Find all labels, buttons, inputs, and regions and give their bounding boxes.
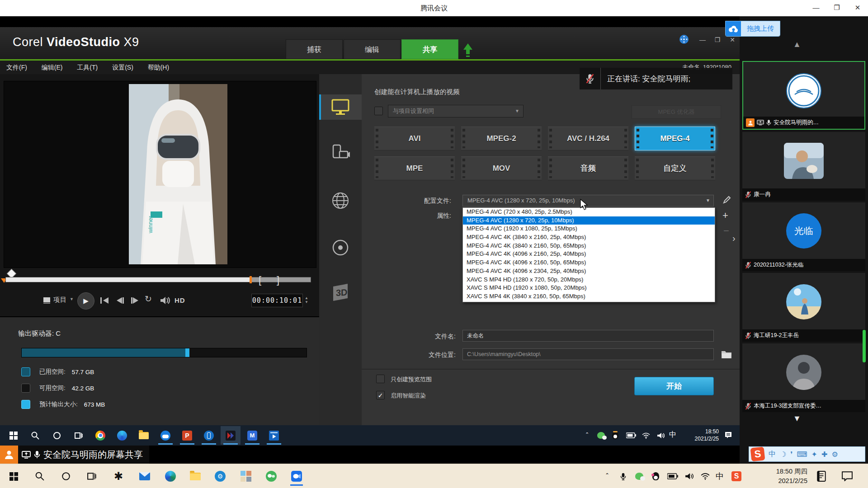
photo-collage-icon[interactable] (236, 467, 256, 486)
tray-expand-icon[interactable]: ⌃ (585, 432, 589, 437)
battery-icon[interactable] (665, 467, 680, 486)
file-explorer-icon[interactable] (185, 467, 205, 486)
panel-expand-icon[interactable]: › (732, 233, 736, 244)
wechat-tray-icon[interactable] (632, 467, 646, 486)
menu-file[interactable]: 文件(F) (0, 61, 33, 74)
toolbox-icon[interactable]: ✚ (821, 450, 827, 459)
project-menu[interactable]: 项目 (53, 296, 66, 304)
play-button[interactable]: ▶ (77, 292, 94, 310)
tray-expand-icon[interactable]: ⌃ (605, 472, 609, 479)
main-clock[interactable]: 18:50 周四2021/2/25 (751, 467, 807, 486)
shared-clock[interactable]: 18:502021/2/25 (683, 428, 719, 442)
qq-tray-icon[interactable] (609, 426, 622, 445)
profile-combobox[interactable]: MPEG-4 AVC (1280 x 720, 25p, 10Mbps) ▼ (462, 195, 714, 206)
qq-tray-icon[interactable] (648, 467, 663, 486)
smart-render-checkbox[interactable]: ✓ (376, 391, 385, 399)
win-minimize-icon[interactable]: — (697, 36, 708, 43)
films-tv-icon[interactable] (264, 426, 284, 445)
qq-browser-icon[interactable] (156, 426, 175, 445)
tencent-meeting-icon[interactable] (287, 467, 307, 486)
profile-option[interactable]: MPEG-4 AVC (720 x 480, 25p, 2.5Mbps) (463, 208, 715, 216)
ime-indicator[interactable]: 中 (669, 430, 676, 440)
profile-option[interactable]: XAVC S MP4 4K (3840 x 2160, 50p, 65Mbps) (463, 292, 715, 301)
punct-icon[interactable]: ❜ (790, 450, 793, 459)
menu-help[interactable]: 帮助(H) (142, 61, 175, 74)
menu-edit[interactable]: 编辑(E) (35, 61, 69, 74)
corel-help-icon[interactable] (679, 34, 689, 44)
skin-icon[interactable]: ✦ (811, 450, 817, 459)
repeat-icon[interactable]: ↻ (145, 294, 152, 304)
profile-option[interactable]: MPEG-4 AVC (1920 x 1080, 25p, 15Mbps) (463, 225, 715, 233)
participant-tile[interactable]: 安全院马明雨的… (742, 61, 865, 130)
filename-input[interactable]: 未命名 (462, 330, 714, 342)
timecode-stepper[interactable]: ▲▼ (303, 294, 310, 306)
powerpoint-icon[interactable]: P (177, 426, 197, 445)
mail-icon[interactable] (135, 467, 155, 486)
wechat-work-icon[interactable] (261, 467, 281, 486)
keyboard-icon[interactable]: ⌨ (797, 450, 807, 459)
target-disc[interactable] (319, 235, 362, 260)
participant-tile[interactable]: 本海工19-3团支部宣传委… (742, 343, 865, 412)
ime-indicator[interactable]: 中 (716, 471, 724, 482)
speaker-icon[interactable] (159, 296, 171, 305)
hd-badge[interactable]: HD (175, 296, 185, 304)
drag-upload-button[interactable]: 拖拽上传 (725, 21, 780, 37)
target-device[interactable] (319, 140, 362, 165)
target-web[interactable] (319, 188, 362, 213)
action-center-icon[interactable] (724, 431, 732, 439)
menu-tools[interactable]: 工具(T) (71, 61, 104, 74)
format-custom[interactable]: 自定义 (635, 156, 715, 180)
profile-option-selected[interactable]: MPEG-4 AVC (1280 x 720, 25p, 10Mbps) (463, 216, 715, 225)
seek-track[interactable] (5, 277, 311, 282)
minimize-icon[interactable]: — (806, 0, 826, 16)
file-explorer-icon[interactable] (134, 426, 154, 445)
wifi-icon[interactable] (639, 426, 653, 445)
menu-settings[interactable]: 设置(S) (106, 61, 140, 74)
close-icon[interactable]: ✕ (847, 0, 868, 16)
chrome-icon[interactable] (90, 426, 110, 445)
edit-profile-icon[interactable] (722, 195, 731, 204)
profile-option[interactable]: MPEG-4 AVC 4K (4096 x 2160, 25p, 40Mbps) (463, 250, 715, 258)
location-input[interactable]: C:\Users\mamingyu\Desktop\ (462, 348, 714, 360)
profile-option[interactable]: XAVC S MP4 HD (1920 x 1080, 50p, 20Mbps) (463, 284, 715, 292)
start-button-shared[interactable] (4, 426, 24, 445)
cortana-icon[interactable] (47, 426, 67, 445)
target-3d[interactable]: 3D (319, 280, 362, 305)
same-as-project-checkbox[interactable] (374, 107, 383, 115)
mark-out-icon[interactable]: ] (277, 274, 279, 286)
edge-icon[interactable] (112, 426, 132, 445)
search-icon[interactable] (25, 426, 45, 445)
add-profile-icon[interactable]: + (722, 210, 728, 221)
mark-in-icon[interactable]: [ (259, 274, 261, 286)
next-frame-icon[interactable] (129, 296, 141, 305)
profile-option[interactable]: XAVC S MP4 HD (1280 x 720, 50p, 20Mbps) (463, 276, 715, 284)
tab-share[interactable]: 共享 (401, 39, 458, 59)
preview-range-checkbox[interactable] (376, 375, 385, 383)
restore-icon[interactable]: ❐ (826, 0, 847, 16)
sidebar-scrollbar[interactable] (863, 330, 866, 362)
mic-tray-icon[interactable] (616, 467, 630, 486)
profile-option[interactable]: MPEG-4 AVC 4K (3840 x 2160, 50p, 65Mbps) (463, 242, 715, 250)
participant-tile[interactable]: 光临 2020211032-张光临 (742, 202, 865, 271)
participant-tile[interactable]: 海工研19-2王丰岳 (742, 273, 865, 342)
start-button[interactable] (4, 467, 24, 486)
your-phone-icon[interactable] (199, 426, 219, 445)
sogou-tray-icon[interactable]: S (729, 467, 744, 486)
moon-icon[interactable]: ☽ (780, 450, 786, 459)
sogou-app-icon[interactable]: ✱ (108, 467, 128, 486)
tools-app-icon[interactable]: ⚙ (210, 467, 230, 486)
journal-icon[interactable] (816, 471, 826, 482)
format-mov[interactable]: MOV (461, 156, 542, 180)
target-computer[interactable] (319, 94, 362, 120)
ime-cn-icon[interactable]: 中 (769, 450, 776, 459)
tab-edit[interactable]: 编辑 (344, 39, 401, 59)
edge-icon[interactable] (160, 467, 180, 486)
task-view-icon[interactable] (69, 426, 89, 445)
scroll-down-icon[interactable]: ▼ (793, 414, 801, 423)
notification-icon[interactable] (842, 471, 853, 481)
sogou-ime-bar[interactable]: S 中 ☽ ❜ ⌨ ✦ ✚ ⚙ (749, 446, 865, 462)
task-view-icon[interactable] (82, 467, 102, 486)
win-restore-icon[interactable]: ❐ (712, 36, 723, 43)
format-mpeg4[interactable]: MPEG-4 (635, 127, 715, 150)
tab-capture[interactable]: 捕获 (286, 39, 343, 59)
